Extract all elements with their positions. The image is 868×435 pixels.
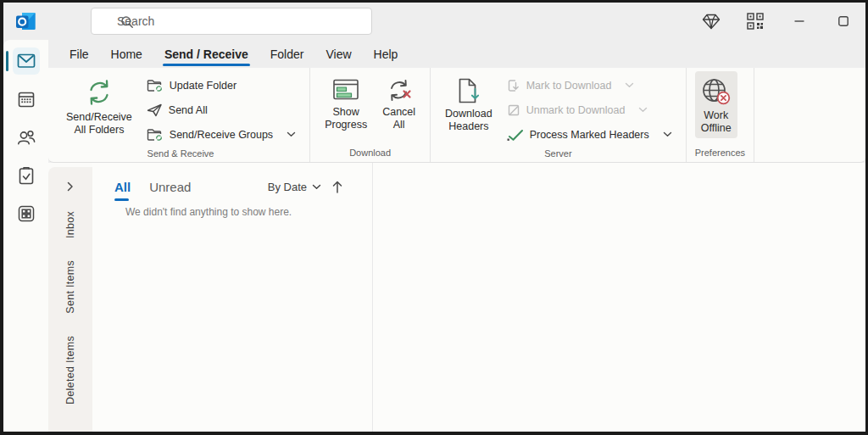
document-download-icon <box>457 77 481 104</box>
expand-chevron-icon <box>67 181 74 192</box>
ribbon-tab-row: File Home Send / Receive Folder View Hel… <box>48 40 865 68</box>
main-column: File Home Send / Receive Folder View Hel… <box>48 40 865 432</box>
search-icon <box>120 15 134 29</box>
filter-tab-all[interactable]: All <box>114 180 131 194</box>
qr-code-button[interactable] <box>743 8 767 34</box>
titlebar-actions <box>699 3 855 40</box>
folder-labels: Inbox Sent Items Deleted Items <box>64 211 76 404</box>
rail-item-calendar[interactable] <box>13 86 40 113</box>
cancel-sync-icon <box>386 77 413 103</box>
mail-icon <box>16 51 36 71</box>
active-accent-bar <box>6 51 8 71</box>
download-headers-button[interactable]: DownloadHeaders <box>439 71 498 137</box>
chevron-down-icon <box>625 82 634 88</box>
folder-sync-icon <box>147 78 164 92</box>
send-receive-groups-button[interactable]: Send/Receive Groups <box>142 122 301 147</box>
qr-code-icon <box>747 13 764 30</box>
chevron-down-icon <box>312 184 321 190</box>
update-folder-button[interactable]: Update Folder <box>142 73 301 98</box>
folder-item-sent-items[interactable]: Sent Items <box>64 260 76 314</box>
show-progress-button[interactable]: ShowProgress <box>319 71 373 135</box>
content-area: Inbox Sent Items Deleted Items All Unrea… <box>48 163 865 432</box>
search-box[interactable] <box>91 8 372 35</box>
rail-item-mail[interactable] <box>13 47 40 75</box>
work-offline-button[interactable]: WorkOffline <box>695 71 737 138</box>
button-label: Send/ReceiveAll Folders <box>66 111 132 137</box>
maximize-button[interactable] <box>832 8 855 34</box>
chevron-down-icon <box>663 131 672 137</box>
send-icon <box>147 103 163 117</box>
filter-tab-unread[interactable]: Unread <box>149 180 191 194</box>
sync-icon <box>84 77 114 108</box>
coming-soon-button[interactable] <box>699 8 723 34</box>
message-list-header: All Unread By Date <box>114 180 372 194</box>
tab-help[interactable]: Help <box>363 40 409 68</box>
check-icon <box>507 128 524 142</box>
send-receive-all-folders-button[interactable]: Send/ReceiveAll Folders <box>60 71 138 140</box>
sort-by-button[interactable]: By Date <box>268 181 321 193</box>
button-label: ShowProgress <box>325 106 367 131</box>
maximize-icon <box>838 16 849 26</box>
mark-download-icon <box>507 79 520 92</box>
button-label: Send/Receive Groups <box>170 129 273 141</box>
chevron-down-icon <box>638 107 648 113</box>
globe-offline-icon <box>701 77 732 106</box>
folder-item-deleted-items[interactable]: Deleted Items <box>64 336 76 404</box>
ribbon-group-preferences: WorkOffline Preferences <box>686 68 754 162</box>
group-label-download: Download <box>319 146 421 162</box>
button-label: Mark to Download <box>526 80 612 92</box>
minimize-icon <box>794 16 804 26</box>
chevron-down-icon <box>287 131 296 137</box>
unmark-to-download-button: Unmark to Download <box>502 98 677 122</box>
button-label: Send All <box>169 104 208 116</box>
search-input[interactable] <box>117 14 320 28</box>
empty-state-text: We didn't find anything to show here. <box>125 206 372 218</box>
calendar-icon <box>16 89 36 109</box>
rail-item-tasks[interactable] <box>13 162 40 189</box>
tab-folder[interactable]: Folder <box>259 40 315 68</box>
outlook-window: File Home Send / Receive Folder View Hel… <box>3 3 865 432</box>
app-body: File Home Send / Receive Folder View Hel… <box>3 40 865 432</box>
gem-icon <box>702 14 721 30</box>
process-marked-headers-button[interactable]: Process Marked Headers <box>502 122 677 147</box>
minimize-button[interactable] <box>787 8 811 34</box>
ribbon: Send/ReceiveAll Folders <box>48 68 865 163</box>
unmark-download-icon <box>507 103 520 117</box>
folder-sync-icon <box>147 127 164 142</box>
tab-view[interactable]: View <box>314 40 362 68</box>
mark-to-download-button: Mark to Download <box>502 73 677 98</box>
tasks-icon <box>16 165 36 186</box>
tab-home[interactable]: Home <box>100 40 153 68</box>
progress-window-icon <box>332 77 359 103</box>
tab-send-receive[interactable]: Send / Receive <box>153 40 259 68</box>
outlook-logo <box>15 10 37 32</box>
ribbon-group-download: ShowProgress CancelAll <box>309 68 430 162</box>
send-all-button[interactable]: Send All <box>142 98 301 122</box>
group-label-server: Server <box>439 147 677 163</box>
button-label: DownloadHeaders <box>445 108 492 133</box>
button-label: Process Marked Headers <box>530 129 649 141</box>
button-label: Unmark to Download <box>526 104 626 116</box>
rail-item-apps[interactable] <box>13 200 40 227</box>
folder-item-inbox[interactable]: Inbox <box>64 211 76 238</box>
rail-item-people[interactable] <box>13 124 40 151</box>
ribbon-group-send-receive: Send/ReceiveAll Folders <box>52 68 309 162</box>
expand-folder-pane-button[interactable] <box>61 177 80 196</box>
tab-file[interactable]: File <box>58 40 100 68</box>
sort-direction-button[interactable] <box>331 180 343 194</box>
folder-pane-collapsed: Inbox Sent Items Deleted Items <box>48 167 92 432</box>
titlebar <box>3 3 865 40</box>
reading-pane <box>373 163 865 432</box>
group-label-preferences: Preferences <box>695 146 745 162</box>
group-label-send-receive: Send & Receive <box>60 147 301 163</box>
screenshot-frame: File Home Send / Receive Folder View Hel… <box>0 0 868 435</box>
people-icon <box>16 127 36 148</box>
cancel-all-button[interactable]: CancelAll <box>376 71 421 135</box>
button-label: CancelAll <box>382 106 415 131</box>
button-label: Update Folder <box>170 80 236 92</box>
sort-label: By Date <box>268 181 307 193</box>
app-rail <box>3 40 48 432</box>
sort-up-icon <box>331 180 343 194</box>
button-label: WorkOffline <box>701 109 732 135</box>
ribbon-group-server: DownloadHeaders Mark to Download <box>430 68 686 162</box>
